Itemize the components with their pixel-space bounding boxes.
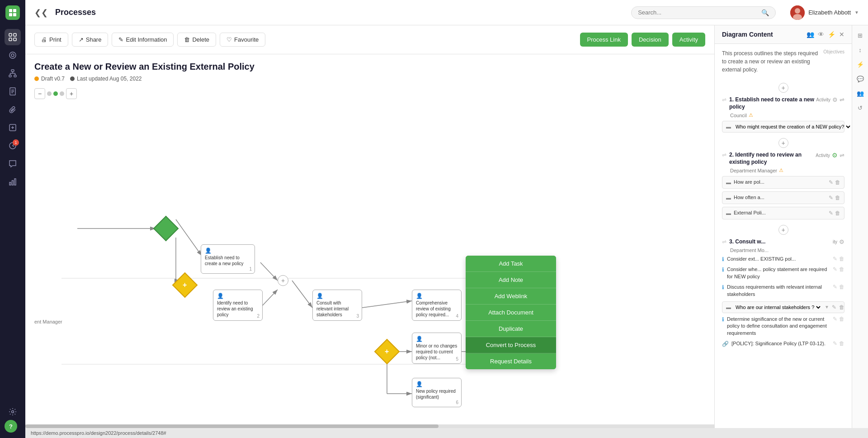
task-minor[interactable]: 👤 Minor or no changes required to curren… xyxy=(412,333,462,364)
zoom-minus-button[interactable]: − xyxy=(34,88,45,99)
duplicate-button[interactable]: Duplicate xyxy=(466,321,556,337)
note-2-delete-icon[interactable]: 🗑 xyxy=(835,195,840,201)
search-input[interactable] xyxy=(638,9,758,16)
sidebar-item-dashboard[interactable] xyxy=(5,47,21,63)
share-button[interactable]: ↗ Share xyxy=(72,33,108,47)
panel-close-icon[interactable]: ✕ xyxy=(839,31,844,38)
task-identify[interactable]: 👤 Identify need to review an existing po… xyxy=(213,290,263,321)
panel-tool-filter[interactable]: ⚡ xyxy=(854,58,867,71)
info-6-edit-icon[interactable]: ✎ xyxy=(833,340,837,347)
activity-1-dropdown[interactable]: Who might request the creation of a NEW … xyxy=(734,124,852,130)
scrollbar-thumb[interactable] xyxy=(25,424,439,428)
activity-3-dropdown[interactable]: ▬ Who are our internal stakeholders ? ▼ … xyxy=(722,301,844,313)
request-details-button[interactable]: Request Details xyxy=(466,353,556,369)
note-1-edit-icon[interactable]: ✎ xyxy=(829,179,833,186)
info-5-edit-icon[interactable]: ✎ xyxy=(833,316,837,322)
gateway-start[interactable] xyxy=(153,216,179,242)
svg-rect-4 xyxy=(9,33,12,36)
sidebar-item-settings[interactable] xyxy=(5,404,21,420)
decision-button[interactable]: Decision xyxy=(632,33,669,47)
panel-lightning-icon[interactable]: ⚡ xyxy=(828,31,835,38)
info-1-delete-icon[interactable]: 🗑 xyxy=(839,256,844,262)
delete-button[interactable]: 🗑 Delete xyxy=(177,33,216,47)
dropdown-3-delete-icon[interactable]: 🗑 xyxy=(839,304,844,310)
drag-handle-2[interactable]: ⇌ xyxy=(722,152,726,158)
panel-tool-chat[interactable]: 💬 xyxy=(854,72,867,85)
panel-users-icon[interactable]: 👥 xyxy=(807,31,814,38)
sidebar-item-processes[interactable] xyxy=(5,29,21,45)
task-consult[interactable]: 👤 Consult with relevant internal stakeho… xyxy=(312,290,362,321)
svg-line-34 xyxy=(176,219,202,256)
diagram-scrollbar[interactable] xyxy=(25,424,714,428)
info-1-edit-icon[interactable]: ✎ xyxy=(833,256,837,262)
activity-button[interactable]: Activity xyxy=(672,33,705,47)
sidebar-item-org[interactable] xyxy=(5,65,21,81)
last-updated-badge: Last updated Aug 05, 2022 xyxy=(70,76,142,82)
drag-handle-3[interactable]: ⇌ xyxy=(722,238,726,245)
activity-2-settings-icon[interactable]: ⇌ xyxy=(840,152,844,159)
add-note-button[interactable]: Add Note xyxy=(466,272,556,288)
info-3-delete-icon[interactable]: 🗑 xyxy=(839,284,844,290)
drag-handle-1[interactable]: ⇌ xyxy=(722,96,726,103)
task-new-policy[interactable]: 👤 New policy required (significant) 6 xyxy=(412,378,462,407)
dropdown-3-edit-icon[interactable]: ✎ xyxy=(832,304,836,310)
task-comprehensive[interactable]: 👤 Comprehensive review of existing polic… xyxy=(412,290,462,321)
panel-tool-history[interactable]: ↺ xyxy=(854,101,867,114)
diagram-canvas[interactable]: ent Manager + 👤 Establish need to create… xyxy=(25,102,714,424)
plus-node-2[interactable]: + xyxy=(278,275,288,286)
panel-tool-layout[interactable]: ⊞ xyxy=(854,29,867,42)
info-6-delete-icon[interactable]: 🗑 xyxy=(839,340,844,347)
edit-info-button[interactable]: ✎ Edit Information xyxy=(112,33,174,47)
activity-2-configure-icon[interactable]: ⚙ xyxy=(832,152,838,159)
sidebar-item-reports[interactable]: 1 xyxy=(5,138,21,154)
activity-3-configure-icon[interactable]: ⚙ xyxy=(839,238,844,245)
gateway-2[interactable]: + xyxy=(374,339,400,365)
info-5-delete-icon[interactable]: 🗑 xyxy=(839,316,844,322)
print-button[interactable]: 🖨 Print xyxy=(34,33,68,47)
search-bar[interactable]: 🔍 xyxy=(631,6,776,19)
process-link-button[interactable]: Process Link xyxy=(580,33,628,47)
help-button[interactable]: ? xyxy=(5,420,17,433)
info-3-edit-icon[interactable]: ✎ xyxy=(833,284,837,290)
zoom-dot-2[interactable] xyxy=(53,91,58,96)
sidebar-item-attachments[interactable] xyxy=(5,101,21,118)
back-button[interactable]: ❮❮ xyxy=(34,8,48,18)
sidebar-item-docs[interactable] xyxy=(5,83,21,100)
app-logo[interactable] xyxy=(5,5,20,20)
zoom-dot-1[interactable] xyxy=(47,91,52,96)
activity-1-settings-icon[interactable]: ⚙ xyxy=(832,96,838,103)
activity-1-task-1[interactable]: ▬ Who might request the creation of a NE… xyxy=(722,121,844,133)
user-menu[interactable]: Elizabeth Abbott ▼ xyxy=(790,5,859,20)
update-dot xyxy=(70,76,75,81)
zoom-plus-button[interactable]: + xyxy=(66,88,77,99)
info-2-edit-icon[interactable]: ✎ xyxy=(833,266,837,272)
sidebar-item-analytics[interactable] xyxy=(5,174,21,190)
add-circle-1[interactable]: + xyxy=(778,83,788,93)
panel-tool-users[interactable]: 👥 xyxy=(854,87,867,100)
note-3-edit-icon[interactable]: ✎ xyxy=(829,210,833,216)
panel-eye-icon[interactable]: 👁 xyxy=(818,31,824,38)
note-1-delete-icon[interactable]: 🗑 xyxy=(835,179,840,186)
zoom-dot-3[interactable] xyxy=(60,91,64,96)
note-3-delete-icon[interactable]: 🗑 xyxy=(835,210,840,216)
add-weblink-button[interactable]: Add Weblink xyxy=(466,288,556,305)
note-2-edit-icon[interactable]: ✎ xyxy=(829,195,833,201)
sidebar-item-comments[interactable] xyxy=(5,156,21,172)
favourite-button[interactable]: ♡ Favourite xyxy=(220,33,265,47)
add-circle-2[interactable]: + xyxy=(778,138,788,148)
divider-add-1: + xyxy=(722,83,844,93)
username-label: Elizabeth Abbott xyxy=(808,9,851,16)
task-establish[interactable]: 👤 Establish need to create a new policy … xyxy=(201,244,255,274)
task-2-person-icon: 👤 xyxy=(217,293,224,299)
task-1-person-icon: 👤 xyxy=(205,248,212,254)
gateway-1[interactable]: + xyxy=(172,272,198,298)
add-circle-3[interactable]: + xyxy=(778,225,788,235)
activity-1-configure-icon[interactable]: ⇌ xyxy=(840,96,844,103)
panel-tool-arrows[interactable]: ↕ xyxy=(854,43,867,56)
add-task-button[interactable]: Add Task xyxy=(466,256,556,272)
activity-3-select[interactable]: Who are our internal stakeholders ? xyxy=(734,304,822,310)
convert-to-process-button[interactable]: Convert to Process xyxy=(466,337,556,353)
info-2-delete-icon[interactable]: 🗑 xyxy=(839,266,844,272)
sidebar-item-tasks[interactable] xyxy=(5,119,21,136)
attach-document-button[interactable]: Attach Document xyxy=(466,305,556,321)
